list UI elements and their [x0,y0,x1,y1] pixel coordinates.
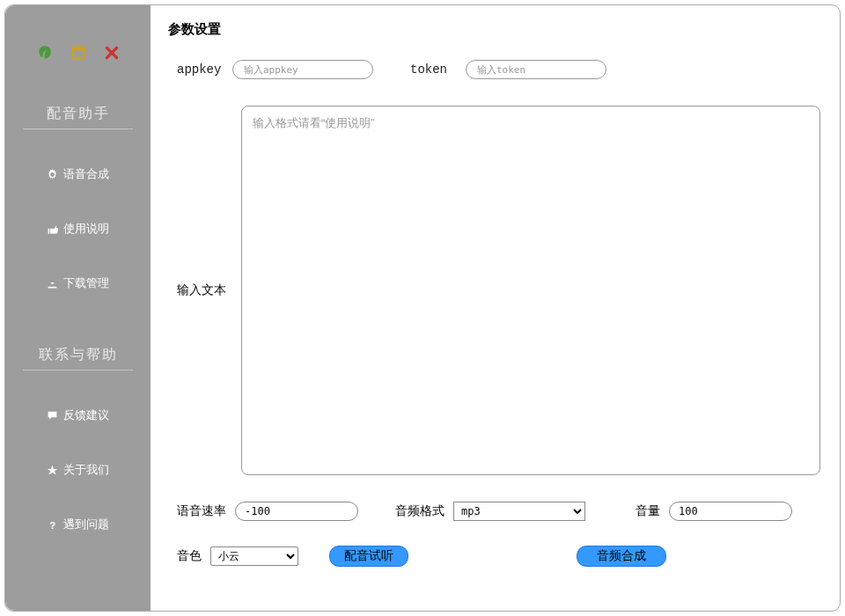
appkey-label: appkey [166,62,232,77]
chat-icon [47,410,58,422]
synthesize-button[interactable]: 音频合成 [577,546,666,567]
download-icon [47,278,58,290]
leaf-icon[interactable] [37,45,53,61]
app-window: 配音助手 语音合成 使用说明 下载管理 联系与帮助 反馈建议 关于我们 ? 遇到… [4,4,841,612]
svg-text:?: ? [49,519,55,530]
nav-label: 下载管理 [63,275,109,291]
text-input[interactable] [241,106,820,475]
star-icon [47,465,58,476]
sidebar-item-about[interactable]: 关于我们 [5,443,151,497]
gear-icon [47,169,58,180]
thumbs-up-icon [47,224,58,235]
preview-button[interactable]: 配音试听 [329,546,408,567]
volume-label: 音量 [625,503,660,519]
speed-input[interactable] [235,502,358,521]
minimize-icon[interactable] [70,45,86,61]
action-row: 音色 小云 配音试听 音频合成 [166,546,820,567]
format-select[interactable]: mp3 [453,502,585,521]
sidebar-item-feedback[interactable]: 反馈建议 [5,388,151,443]
token-label: token [400,62,466,77]
sidebar-item-usage[interactable]: 使用说明 [5,202,151,256]
nav-label: 关于我们 [63,462,109,478]
window-controls [5,45,151,61]
sidebar: 配音助手 语音合成 使用说明 下载管理 联系与帮助 反馈建议 关于我们 ? 遇到… [5,5,151,611]
appkey-input[interactable] [232,60,373,79]
sidebar-item-issues[interactable]: ? 遇到问题 [5,497,151,552]
voice-select[interactable]: 小云 [210,546,298,566]
credentials-row: appkey token [166,60,820,79]
volume-input[interactable] [669,502,792,521]
question-icon: ? [47,519,58,531]
nav-label: 使用说明 [63,221,109,237]
sidebar-section-title-1: 配音助手 [23,105,133,129]
params-row: 语音速率 音频格式 mp3 音量 [166,502,820,521]
sidebar-item-downloads[interactable]: 下载管理 [5,256,151,311]
text-input-row: 输入文本 [166,106,820,475]
token-input[interactable] [466,60,606,79]
page-title: 参数设置 [168,21,820,38]
voice-label: 音色 [166,548,202,564]
main-panel: 参数设置 appkey token 输入文本 语音速率 音频格式 mp3 音量 … [151,5,840,611]
sidebar-item-tts[interactable]: 语音合成 [5,147,151,202]
sidebar-section-title-2: 联系与帮助 [23,346,133,370]
svg-rect-1 [72,47,84,51]
nav-label: 遇到问题 [63,517,109,532]
speed-label: 语音速率 [166,503,226,519]
nav-label: 反馈建议 [63,407,109,423]
nav-label: 语音合成 [63,166,109,182]
format-label: 音频格式 [385,503,445,519]
textarea-label: 输入文本 [166,106,241,475]
close-icon[interactable] [104,45,120,61]
